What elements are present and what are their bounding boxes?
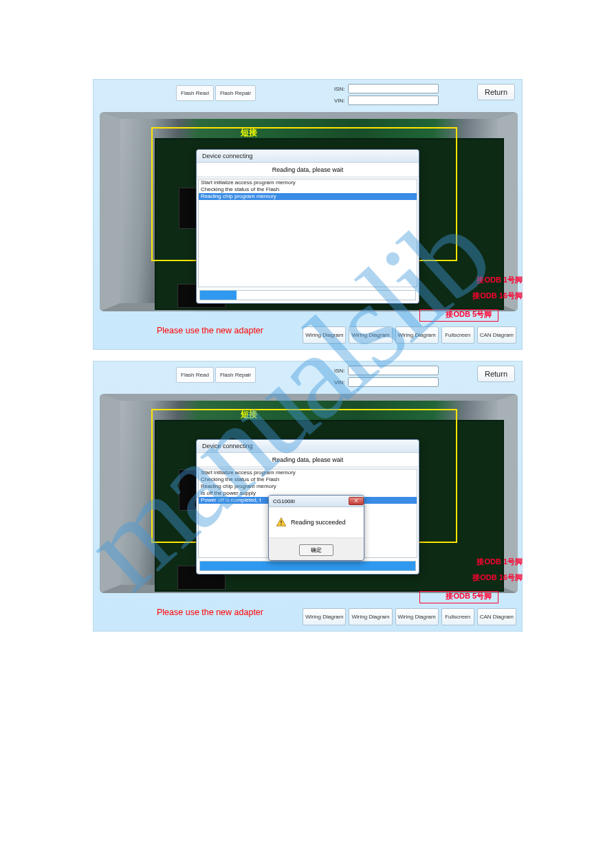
isn-label: ISN:: [334, 368, 345, 374]
dialog-title: Device connecting: [197, 150, 419, 163]
vin-input[interactable]: [348, 96, 439, 105]
dialog-subtitle: Reading data, please wait: [197, 453, 419, 467]
fullscreen-button[interactable]: Fullscreen: [441, 326, 474, 344]
odb-pin1-callout: 接ODB 1号脚: [476, 557, 523, 567]
wiring-diagram-button[interactable]: Wiring Diagram: [349, 326, 392, 344]
log-row: Checking the status of the Flash: [199, 186, 417, 193]
flash-repair-button[interactable]: Flash Repair: [215, 85, 256, 101]
log-row-selected: Reading chip program memory: [199, 193, 417, 200]
vin-label: VIN:: [334, 379, 345, 386]
fullscreen-button[interactable]: Fullscreen: [441, 608, 474, 625]
progress-fill: [200, 561, 415, 570]
short-jumper-label: 短接: [241, 127, 257, 139]
vin-input[interactable]: [348, 377, 439, 387]
wiring-diagram-button[interactable]: Wiring Diagram: [303, 326, 346, 344]
ecu-image-area: 短接 接ODB 1号脚 接ODB 16号脚 接ODB 5号脚 Device co…: [99, 388, 516, 599]
isn-input[interactable]: [348, 84, 439, 93]
wiring-diagram-button[interactable]: Wiring Diagram: [349, 608, 392, 625]
svg-rect-1: [281, 524, 281, 525]
log-row: Checking the status of the Flash: [199, 476, 417, 483]
flash-read-button[interactable]: Flash Read: [176, 85, 214, 101]
dialog-subtitle: Reading data, please wait: [197, 163, 419, 177]
odb-pin16-callout: 接ODB 16号脚: [472, 291, 523, 301]
progress-bar: [199, 561, 416, 571]
adapter-warning-text: Please use the new adapter: [94, 599, 263, 624]
progress-fill: [200, 291, 237, 300]
odb-pin16-callout: 接ODB 16号脚: [472, 572, 523, 583]
isn-input[interactable]: [348, 366, 439, 375]
short-jumper-label: 短接: [241, 409, 257, 421]
dialog-log-list: Start initialize access program memory C…: [198, 179, 417, 287]
svg-rect-0: [281, 520, 281, 523]
ok-button[interactable]: 确定: [299, 544, 333, 556]
message-text: Reading succeeded: [291, 519, 346, 526]
topbar: Flash Read Flash Repair ISN: VIN: Return: [94, 80, 522, 106]
message-box: CG100III X Reading succeeded 确定: [268, 495, 364, 561]
warning-icon: [276, 517, 287, 528]
device-connecting-dialog: Device connecting Reading data, please w…: [196, 149, 419, 304]
vin-label: VIN:: [334, 98, 345, 104]
wiring-diagram-button[interactable]: Wiring Diagram: [303, 608, 346, 625]
log-row: Reading chip program memory: [199, 483, 417, 490]
dialog-title: Device connecting: [197, 440, 419, 453]
ecu-image-area: 短接 接ODB 1号脚 接ODB 16号脚 接ODB 5号脚 Device co…: [99, 106, 516, 318]
app-window-1: Flash Read Flash Repair ISN: VIN: Return…: [93, 79, 523, 350]
flash-repair-button[interactable]: Flash Repair: [215, 367, 256, 383]
message-box-title-text: CG100III: [273, 498, 295, 504]
wiring-diagram-button[interactable]: Wiring Diagram: [395, 608, 439, 625]
return-button[interactable]: Return: [477, 84, 515, 100]
return-button[interactable]: Return: [477, 366, 515, 382]
topbar: Flash Read Flash Repair ISN: VIN: Return: [94, 361, 522, 388]
close-icon[interactable]: X: [349, 497, 364, 505]
flash-read-button[interactable]: Flash Read: [176, 367, 214, 383]
can-diagram-button[interactable]: CAN Diagram: [477, 326, 516, 344]
can-diagram-button[interactable]: CAN Diagram: [477, 608, 516, 625]
wiring-diagram-button[interactable]: Wiring Diagram: [395, 326, 439, 344]
message-box-titlebar: CG100III X: [269, 496, 364, 507]
progress-bar: [199, 290, 416, 300]
isn-label: ISN:: [334, 86, 345, 92]
log-row: Start initialize access program memory: [199, 179, 417, 186]
odb-pin1-callout: 接ODB 1号脚: [476, 275, 523, 285]
log-row: Start initialize access program memory: [199, 469, 417, 476]
app-window-2: Flash Read Flash Repair ISN: VIN: Return…: [93, 361, 523, 632]
adapter-warning-text: Please use the new adapter: [94, 318, 263, 342]
